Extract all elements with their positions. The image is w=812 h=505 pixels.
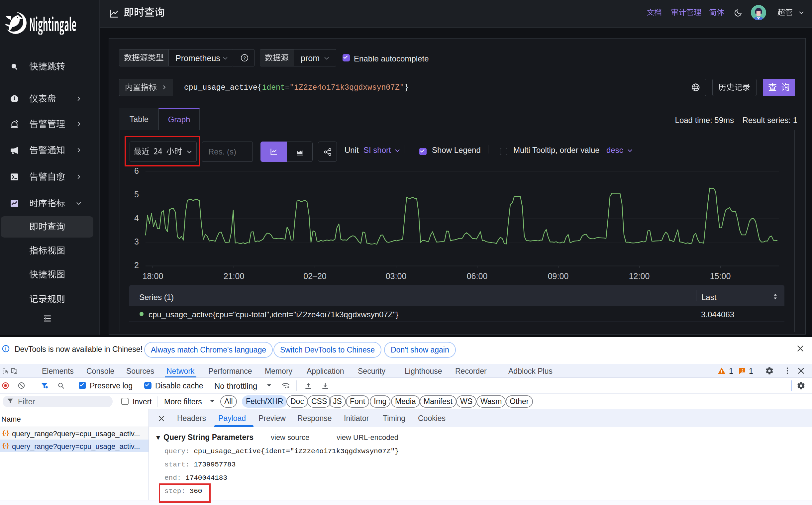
svg-text:?: ?: [243, 55, 246, 60]
